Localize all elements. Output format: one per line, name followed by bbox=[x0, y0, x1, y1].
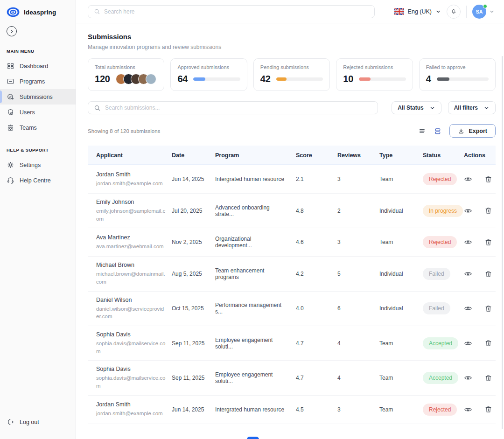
user-avatar: SA bbox=[472, 5, 486, 19]
nav-section: MAIN MENUDashboardProgramsSubmissionsUse… bbox=[0, 49, 76, 135]
sidebar-item-label: Submissions bbox=[20, 94, 53, 100]
applicant-email: emily.johnson@samplemail.com bbox=[96, 207, 166, 223]
eye-icon bbox=[464, 339, 472, 348]
program-cell: Advanced onboarding strate... bbox=[215, 204, 296, 217]
date-cell: Oct 15, 2025 bbox=[172, 305, 215, 312]
list-view-toggle[interactable] bbox=[419, 127, 426, 135]
status-badge: In progress bbox=[423, 205, 463, 217]
status-cell: Failed bbox=[423, 268, 464, 280]
content: Submissions Manage innovation programs a… bbox=[76, 23, 504, 439]
page-button-3[interactable]: 3 bbox=[281, 437, 294, 439]
view-submission-button[interactable] bbox=[464, 238, 472, 246]
program-cell: Employee engagement soluti... bbox=[215, 337, 296, 350]
type-cell: Team bbox=[379, 406, 423, 413]
reviews-cell: 3 bbox=[337, 239, 379, 245]
stat-progress-fill bbox=[193, 77, 205, 81]
status-cell: Rejected bbox=[423, 236, 464, 248]
delete-submission-button[interactable] bbox=[484, 270, 492, 278]
user-menu[interactable]: SA bbox=[472, 5, 495, 19]
eye-icon bbox=[464, 270, 472, 278]
view-submission-button[interactable] bbox=[464, 374, 472, 382]
applicant-name: Jordan Smith bbox=[96, 171, 172, 178]
logout-button[interactable]: Log out bbox=[0, 413, 76, 431]
view-submission-button[interactable] bbox=[464, 175, 472, 183]
table-row: Ava Martinezava.martinez@webmail.comNov … bbox=[88, 228, 496, 257]
delete-submission-button[interactable] bbox=[484, 374, 492, 382]
applicant-cell: Ava Martinezava.martinez@webmail.com bbox=[96, 234, 172, 251]
card-view-toggle[interactable] bbox=[434, 127, 441, 135]
sidebar-nav: MAIN MENUDashboardProgramsSubmissionsUse… bbox=[0, 36, 76, 188]
table-row: Emily Johnsonemily.johnson@samplemail.co… bbox=[88, 194, 496, 228]
trash-icon bbox=[484, 405, 492, 413]
language-selector[interactable]: Eng (UK) bbox=[394, 8, 441, 15]
sidebar-item-teams[interactable]: Teams bbox=[0, 120, 76, 135]
page-button-2[interactable]: 2 bbox=[264, 437, 276, 439]
chevron-right-icon bbox=[10, 29, 14, 34]
table-row: Daniel Wilsondaniel.wilson@serviceprovid… bbox=[88, 292, 496, 326]
chevron-down-icon bbox=[429, 105, 435, 111]
status-cell: Accepted bbox=[423, 337, 464, 349]
delete-submission-button[interactable] bbox=[484, 305, 492, 313]
score-cell: 4.7 bbox=[296, 340, 337, 347]
language-label: Eng (UK) bbox=[408, 8, 432, 15]
stat-value: 42 bbox=[260, 74, 271, 84]
score-cell: 4.5 bbox=[296, 406, 337, 413]
stat-value: 120 bbox=[95, 74, 110, 84]
sidebar-collapse-button[interactable] bbox=[7, 26, 17, 36]
export-label: Export bbox=[469, 128, 487, 134]
table-row: Jordan Smithjordan.smith@example.comJun … bbox=[88, 165, 496, 194]
program-cell: Employee engagement soluti... bbox=[215, 371, 296, 384]
sidebar-item-submissions[interactable]: Submissions bbox=[0, 89, 76, 105]
filters-dropdown-label: All filters bbox=[454, 105, 478, 111]
view-submission-button[interactable] bbox=[464, 207, 472, 215]
sidebar-item-users[interactable]: Users bbox=[0, 105, 76, 120]
page-button-10[interactable]: 10 bbox=[324, 437, 336, 439]
page-button-9[interactable]: 9 bbox=[307, 437, 319, 439]
export-button[interactable]: Export bbox=[449, 124, 496, 138]
type-cell: Individual bbox=[379, 208, 423, 214]
notifications-button[interactable] bbox=[447, 5, 461, 19]
settings-icon bbox=[7, 161, 14, 169]
nav-section-heading: HELP & SUPPORT bbox=[0, 147, 76, 153]
applicant-cell: Jordan Smithjordan.smith@example.com bbox=[96, 171, 172, 188]
help-centre-icon bbox=[7, 176, 14, 184]
view-submission-button[interactable] bbox=[464, 304, 472, 313]
users-icon bbox=[7, 108, 14, 116]
trash-icon bbox=[484, 339, 492, 347]
sidebar-item-programs[interactable]: Programs bbox=[0, 74, 76, 89]
trash-icon bbox=[484, 175, 492, 183]
submissions-search-input[interactable] bbox=[105, 105, 372, 111]
submissions-icon bbox=[7, 93, 14, 101]
filters-dropdown[interactable]: All filters bbox=[448, 101, 496, 114]
sidebar-item-settings[interactable]: Settings bbox=[0, 157, 76, 173]
delete-submission-button[interactable] bbox=[484, 405, 492, 413]
actions-cell bbox=[464, 207, 496, 215]
view-submission-button[interactable] bbox=[464, 339, 472, 348]
delete-submission-button[interactable] bbox=[484, 175, 492, 183]
sidebar-item-help-centre[interactable]: Help Centre bbox=[0, 173, 76, 188]
delete-submission-button[interactable] bbox=[484, 238, 492, 246]
stat-card: Failed to approve4 bbox=[419, 58, 496, 91]
sidebar-item-dashboard[interactable]: Dashboard bbox=[0, 58, 76, 74]
stat-label: Approved submissions bbox=[177, 64, 240, 70]
reviews-cell: 4 bbox=[337, 375, 379, 381]
topbar-divider bbox=[466, 6, 467, 18]
ideaspring-logo-icon bbox=[7, 7, 21, 18]
applicant-name: Emily Johnson bbox=[96, 199, 172, 205]
type-cell: Team bbox=[379, 375, 423, 381]
scrollbar[interactable] bbox=[502, 56, 503, 429]
status-dropdown[interactable]: All Status bbox=[392, 101, 441, 114]
view-submission-button[interactable] bbox=[464, 405, 472, 414]
delete-submission-button[interactable] bbox=[484, 339, 492, 347]
eye-icon bbox=[464, 175, 472, 183]
global-search-input[interactable] bbox=[104, 8, 369, 15]
pagination: 123...910 bbox=[88, 437, 496, 439]
page-button-1[interactable]: 1 bbox=[247, 437, 259, 439]
trash-icon bbox=[484, 207, 492, 215]
delete-submission-button[interactable] bbox=[484, 207, 492, 215]
view-submission-button[interactable] bbox=[464, 270, 472, 278]
submissions-search bbox=[88, 101, 378, 114]
applicant-email: sophia.davis@mailservice.com bbox=[96, 340, 166, 355]
date-cell: Sep 11, 2025 bbox=[172, 375, 215, 381]
nav-section: HELP & SUPPORTSettingsHelp Centre bbox=[0, 147, 76, 188]
